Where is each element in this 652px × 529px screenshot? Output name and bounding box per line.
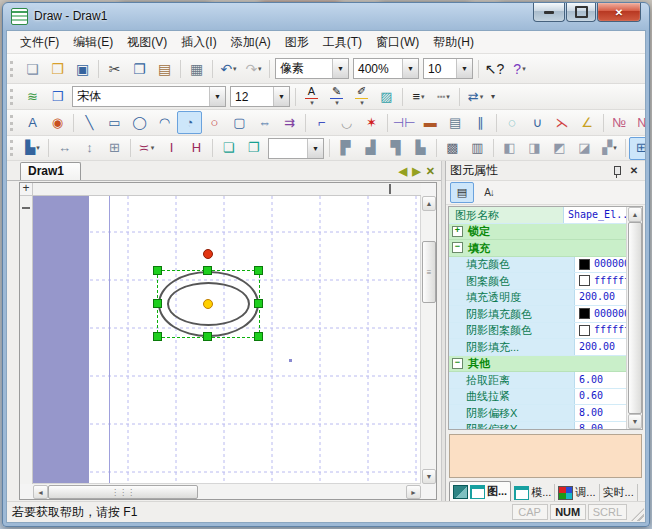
rotate-right-icon[interactable]: ◪ — [572, 137, 597, 160]
scroll-thumb[interactable] — [628, 222, 642, 414]
bring-to-front-icon[interactable]: ▛ — [333, 137, 358, 160]
vertical-scrollbar[interactable]: ▲ ≡ ▼ — [420, 196, 436, 484]
circle-tool-icon[interactable]: ○ — [202, 111, 227, 134]
paste-icon[interactable]: ▤ — [152, 57, 177, 80]
scroll-up-button[interactable]: ▲ — [628, 207, 642, 222]
selection-handle-s[interactable] — [203, 332, 212, 341]
parallel-lines-icon[interactable]: ∥ — [468, 111, 493, 134]
node-split-icon[interactable]: ⊣⊢ — [391, 111, 418, 134]
dash-style-icon[interactable]: ┅▾ — [431, 85, 456, 108]
filled-rect-icon[interactable]: ▬ — [418, 111, 443, 134]
title-bar[interactable]: Draw - Draw1 ✕ — [3, 3, 649, 29]
distribute-v-icon[interactable]: H — [184, 137, 209, 160]
property-value[interactable]: 0.60 — [575, 389, 626, 403]
same-height-icon[interactable]: ↕ — [77, 137, 102, 160]
panel-close-icon[interactable]: ✕ — [627, 164, 641, 178]
scroll-down-button[interactable]: ▼ — [422, 469, 436, 484]
unit-combo[interactable]: 像素▼ — [275, 58, 349, 79]
property-value[interactable]: 200.00 — [575, 290, 626, 304]
property-value[interactable]: 200.00 — [575, 340, 626, 354]
artistic-shape-tool-icon[interactable]: ◉ — [45, 111, 70, 134]
tab-element-properties[interactable]: 图... — [449, 481, 511, 501]
toolbar-gripper[interactable] — [10, 61, 16, 77]
minimize-button[interactable] — [533, 3, 565, 22]
horizontal-scroll-thumb[interactable]: ⋮⋮⋮ — [48, 485, 198, 499]
property-value[interactable]: 000000 — [575, 257, 626, 271]
pin-icon[interactable] — [610, 164, 624, 178]
flow-arrow-tool-icon[interactable]: ⇉ — [277, 111, 302, 134]
arc-tool-icon[interactable]: ◠ — [152, 111, 177, 134]
line-tool-icon[interactable]: ╲ — [77, 111, 102, 134]
pie-tool-icon[interactable]: ◔ — [177, 111, 202, 134]
menu-tools[interactable]: 工具(T) — [316, 32, 369, 53]
next-tab-button[interactable]: ▶ — [412, 165, 420, 178]
send-backward-icon[interactable]: ▙ — [408, 137, 433, 160]
property-value[interactable]: 8.00 — [575, 406, 626, 420]
font-size-combo[interactable]: 12▼ — [230, 86, 290, 107]
snap-grid-icon[interactable]: ⊞ — [629, 137, 646, 160]
print-icon[interactable]: ▦ — [184, 57, 209, 80]
toolbar-gripper[interactable] — [10, 140, 16, 156]
selection-handle-e[interactable] — [254, 299, 263, 308]
page-ref-icon[interactable]: № — [607, 111, 632, 134]
categorized-view-button[interactable]: ▤ — [450, 182, 474, 203]
copy-icon[interactable]: ❐ — [127, 57, 152, 80]
pen-mode-icon[interactable]: ▞▾ — [597, 137, 622, 160]
selection-handle-w[interactable] — [153, 299, 162, 308]
double-arrow-tool-icon[interactable]: ⇔ — [252, 111, 277, 134]
page-ref2-icon[interactable]: № — [632, 111, 646, 134]
scroll-right-button[interactable]: ► — [406, 485, 421, 499]
stack-icon[interactable]: ▤ — [443, 111, 468, 134]
maximize-button[interactable] — [566, 3, 596, 22]
font-color-icon[interactable]: A▾ — [299, 85, 324, 108]
group-icon[interactable]: ❏ — [216, 137, 241, 160]
menu-insert[interactable]: 插入(I) — [174, 32, 223, 53]
property-value[interactable]: 8.00 — [575, 422, 626, 429]
rotation-handle[interactable] — [203, 249, 213, 259]
selection-handle-nw[interactable] — [153, 266, 162, 275]
combo-arrow-icon[interactable]: ▼ — [456, 59, 472, 78]
rotate-left-icon[interactable]: ◩ — [547, 137, 572, 160]
expand-box-icon[interactable]: + — [452, 226, 463, 237]
menu-shape[interactable]: 图形 — [278, 32, 316, 53]
toolbar-gripper[interactable] — [10, 115, 16, 131]
expand-box-icon[interactable]: − — [452, 242, 463, 253]
line-color-icon[interactable]: ✎▾ — [324, 85, 349, 108]
layers-icon[interactable]: ≋ — [20, 85, 45, 108]
menu-add[interactable]: 添加(A) — [224, 32, 278, 53]
document-tab[interactable]: Draw1 — [20, 162, 81, 180]
grid-size-combo[interactable]: 10▼ — [423, 58, 473, 79]
menu-help[interactable]: 帮助(H) — [426, 32, 481, 53]
selection-handle-n[interactable] — [203, 266, 212, 275]
angle-lines-tool-icon[interactable]: ⋋ — [550, 111, 575, 134]
bring-forward-icon[interactable]: ▜ — [383, 137, 408, 160]
menu-view[interactable]: 视图(V) — [120, 32, 174, 53]
save-icon[interactable]: ▣ — [70, 57, 95, 80]
distribute-h-icon[interactable]: I — [159, 137, 184, 160]
text-frame-tool-icon[interactable]: A — [20, 111, 45, 134]
selection-handle-sw[interactable] — [153, 332, 162, 341]
horizontal-scrollbar[interactable]: ◄ ⋮⋮⋮ ► — [33, 483, 421, 499]
drawing-canvas[interactable] — [33, 196, 421, 484]
property-value[interactable]: Shape_El... — [564, 208, 626, 222]
property-value[interactable]: ffffff — [575, 274, 626, 288]
polyline-tool-icon[interactable]: ⌐ — [309, 111, 334, 134]
font-combo[interactable]: 宋体▼ — [72, 86, 226, 107]
open-folder-icon[interactable]: ❒ — [45, 57, 70, 80]
zoom-combo[interactable]: 400%▼ — [353, 58, 419, 79]
menu-file[interactable]: 文件(F) — [13, 32, 66, 53]
new-document-icon[interactable]: ❏ — [20, 57, 45, 80]
shadow-style-icon[interactable]: ▥ — [465, 137, 490, 160]
rectangle-tool-icon[interactable]: ▭ — [102, 111, 127, 134]
property-grid-scrollbar[interactable]: ▲ ▼ — [626, 207, 642, 429]
u-shape-tool-icon[interactable]: ∪ — [525, 111, 550, 134]
close-tab-button[interactable]: ✕ — [426, 165, 435, 178]
combo-arrow-icon[interactable]: ▼ — [402, 59, 418, 78]
tab-model[interactable]: 模... — [511, 484, 555, 501]
category-row[interactable]: −填充 — [449, 240, 626, 257]
same-size-icon[interactable]: ⊞ — [102, 137, 127, 160]
property-value[interactable]: 6.00 — [575, 373, 626, 387]
flip-v-icon[interactable]: ◨ — [522, 137, 547, 160]
category-row[interactable]: −其他 — [449, 356, 626, 373]
layer-combo[interactable]: ▼ — [268, 138, 324, 159]
